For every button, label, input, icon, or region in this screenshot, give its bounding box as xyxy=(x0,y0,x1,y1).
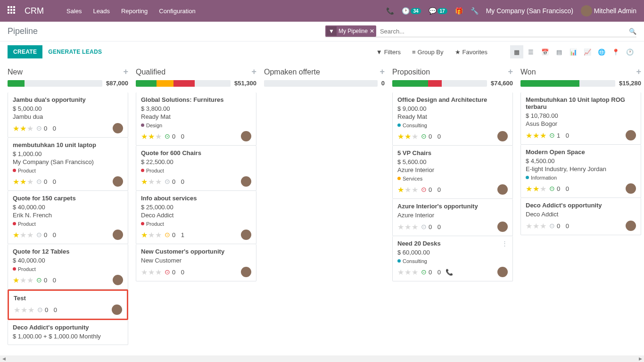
search-input[interactable] xyxy=(376,26,629,37)
cohort-view-icon[interactable]: 📈 xyxy=(581,45,594,58)
company-switcher[interactable]: My Company (San Francisco) xyxy=(486,7,573,15)
star-icon[interactable]: ★ xyxy=(155,177,162,186)
list-view-icon[interactable]: ☰ xyxy=(524,45,537,58)
assignee-avatar[interactable] xyxy=(241,230,251,240)
activity-clock-icon[interactable]: ⊙ xyxy=(549,132,555,139)
activity-clock-icon[interactable]: ⊙ xyxy=(421,186,427,193)
kanban-card[interactable]: Modern Open Space$ 4,500.00E-light Indus… xyxy=(520,145,641,198)
favorites-button[interactable]: ★Favorites xyxy=(455,49,487,56)
progress-segment[interactable] xyxy=(8,80,25,87)
kanban-card[interactable]: Info about services$ 25,000.00Deco Addic… xyxy=(136,191,256,244)
map-view-icon[interactable]: 📍 xyxy=(609,45,622,58)
wrench-icon[interactable]: 🔧 xyxy=(471,7,479,15)
assignee-avatar[interactable] xyxy=(241,267,251,277)
assignee-avatar[interactable] xyxy=(113,123,123,133)
apps-icon[interactable] xyxy=(8,6,17,16)
assignee-avatar[interactable] xyxy=(497,131,508,141)
activity-clock-icon[interactable]: ⊙ xyxy=(165,231,170,239)
progress-bar[interactable] xyxy=(8,80,102,87)
star-icon[interactable]: ★ xyxy=(148,230,155,239)
star-icon[interactable]: ★ xyxy=(27,124,33,133)
column-title[interactable]: New xyxy=(8,68,23,76)
star-icon[interactable]: ★ xyxy=(27,177,33,186)
kanban-card[interactable]: Office Design and Architecture$ 9,000.00… xyxy=(392,92,513,146)
add-card-icon[interactable]: + xyxy=(508,67,513,77)
star-icon[interactable]: ★ xyxy=(405,268,411,277)
add-card-icon[interactable]: + xyxy=(636,67,641,77)
activity-clock-icon[interactable]: ⊙ xyxy=(165,268,170,276)
star-icon[interactable]: ★ xyxy=(526,222,532,230)
kanban-card[interactable]: Global Solutions: Furnitures$ 3,800.00Re… xyxy=(136,92,256,146)
assignee-avatar[interactable] xyxy=(113,176,123,187)
kanban-card[interactable]: Deco Addict's opportunity$ 1,000.00 + $ … xyxy=(8,320,128,345)
activity-clock-icon[interactable]: ⊙ xyxy=(37,306,43,313)
star-icon[interactable]: ★ xyxy=(13,124,19,133)
column-title[interactable]: Won xyxy=(520,68,536,76)
star-icon[interactable]: ★ xyxy=(526,184,532,193)
scroll-left-icon[interactable]: ◀ xyxy=(0,355,8,356)
progress-bar[interactable] xyxy=(264,80,378,87)
progress-bar[interactable] xyxy=(136,80,231,87)
star-icon[interactable]: ★ xyxy=(13,276,19,285)
star-icon[interactable]: ★ xyxy=(27,276,33,285)
progress-segment[interactable] xyxy=(428,80,441,87)
star-icon[interactable]: ★ xyxy=(141,230,148,239)
add-card-icon[interactable]: + xyxy=(123,67,128,77)
kanban-card[interactable]: Quote for 150 carpets$ 40,000.00Erik N. … xyxy=(8,191,128,244)
progress-segment[interactable] xyxy=(157,80,173,87)
column-title[interactable]: Qualified xyxy=(136,68,165,76)
facet-close-icon[interactable]: ✕ xyxy=(370,28,374,34)
progress-bar[interactable] xyxy=(520,80,615,87)
star-icon[interactable]: ★ xyxy=(21,305,27,314)
star-icon[interactable]: ★ xyxy=(20,177,26,186)
star-icon[interactable]: ★ xyxy=(533,131,539,140)
star-icon[interactable]: ★ xyxy=(13,177,19,186)
assignee-avatar[interactable] xyxy=(112,304,122,315)
activity-clock-icon[interactable]: ⊙ xyxy=(36,276,42,284)
star-icon[interactable]: ★ xyxy=(397,132,404,141)
menu-leads[interactable]: Leads xyxy=(93,8,110,15)
column-title[interactable]: Proposition xyxy=(392,68,430,76)
kanban-card[interactable]: Azure Interior's opportunityAzure Interi… xyxy=(392,199,513,236)
star-icon[interactable]: ★ xyxy=(412,268,418,277)
star-icon[interactable]: ★ xyxy=(155,268,162,277)
star-icon[interactable]: ★ xyxy=(13,230,19,239)
star-icon[interactable]: ★ xyxy=(148,132,155,141)
create-button[interactable]: CREATE xyxy=(8,45,42,58)
star-icon[interactable]: ★ xyxy=(397,185,404,194)
kanban-card[interactable]: ⋮Need 20 Desks$ 60,000.00Consulting ★★★ … xyxy=(392,236,513,281)
star-icon[interactable]: ★ xyxy=(412,185,418,194)
search-bar[interactable]: ▼ My Pipeline ✕ 🔍 xyxy=(325,25,636,37)
star-icon[interactable]: ★ xyxy=(14,305,20,314)
activity-clock-icon[interactable]: ⊙ xyxy=(421,268,427,276)
progress-segment[interactable] xyxy=(520,80,579,87)
card-menu-icon[interactable]: ⋮ xyxy=(502,240,508,247)
kanban-card[interactable]: Quote for 12 Tables$ 40,000.00Product ★★… xyxy=(8,244,128,289)
activity-clock-icon[interactable]: ⊙ xyxy=(165,132,170,140)
column-title[interactable]: Opmaken offerte xyxy=(264,68,320,76)
progress-segment[interactable] xyxy=(136,80,157,87)
menu-configuration[interactable]: Configuration xyxy=(159,8,195,15)
star-icon[interactable]: ★ xyxy=(412,222,418,231)
kanban-card[interactable]: Jambu dua's opportunity$ 5,000.00Jambu d… xyxy=(8,92,128,138)
graph-view-icon[interactable]: 📊 xyxy=(567,45,580,58)
generate-leads-button[interactable]: GENERATE LEADS xyxy=(42,45,107,58)
activity-clock-icon[interactable]: ⊙ xyxy=(165,178,170,185)
assignee-avatar[interactable] xyxy=(113,230,123,240)
search-icon[interactable]: 🔍 xyxy=(629,28,636,35)
star-icon[interactable]: ★ xyxy=(20,276,26,285)
kanban-view-icon[interactable]: ▦ xyxy=(510,45,523,58)
kanban-card[interactable]: Deco Addict's opportunityDeco Addict ★★★… xyxy=(520,198,641,235)
kanban-card[interactable]: Membutuhkan 10 Unit laptop ROG terbaru$ … xyxy=(520,92,641,145)
star-icon[interactable]: ★ xyxy=(155,132,162,141)
assignee-avatar[interactable] xyxy=(626,183,636,194)
pivot-view-icon[interactable]: ▤ xyxy=(553,45,566,58)
star-icon[interactable]: ★ xyxy=(540,131,546,140)
assignee-avatar[interactable] xyxy=(241,131,251,141)
star-icon[interactable]: ★ xyxy=(397,268,404,277)
assignee-avatar[interactable] xyxy=(241,176,251,187)
assignee-avatar[interactable] xyxy=(497,267,508,277)
star-icon[interactable]: ★ xyxy=(533,184,539,193)
clock-badge-icon[interactable]: 🕐34 xyxy=(402,7,421,15)
star-icon[interactable]: ★ xyxy=(141,177,148,186)
